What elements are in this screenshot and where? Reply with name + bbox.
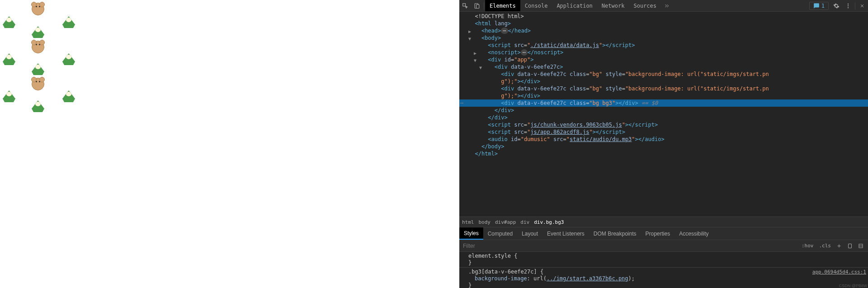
dom-body-close[interactable]: </body> [459,143,868,150]
bear-sprite [32,41,44,53]
dom-bg2[interactable]: <div data-v-6eefe27c class="bg" style="b… [459,85,868,92]
svg-point-5 [848,7,849,8]
tab-application[interactable]: Application [552,0,597,11]
subtab-styles[interactable]: Styles [459,227,483,240]
crumb-app[interactable]: div#app [495,219,516,225]
cls-toggle[interactable]: .cls [816,242,834,250]
tab-console[interactable]: Console [520,0,552,11]
subtab-layout[interactable]: Layout [517,227,542,240]
dom-bg3-selected[interactable]: ⋯ <div data-v-6eefe27c class="bg bg3"></… [459,99,868,107]
zong-sprite [3,90,15,102]
rule-bg3[interactable]: app.0694d5d4.css:1 .bg3[data-v-6eefe27c]… [459,268,868,288]
feedback-count: 1 [821,3,825,9]
settings-icon[interactable] [830,0,842,12]
dom-bg1[interactable]: <div data-v-6eefe27c class="bg" style="b… [459,71,868,78]
dom-script-data[interactable]: <script src="./static/data/data.js"></sc… [459,42,868,49]
devtools-tabs: Elements Console Application Network Sou… [485,0,673,11]
svg-point-3 [848,3,849,4]
dom-vdiv-close[interactable]: </div> [459,107,868,114]
rule-element-style[interactable]: element.style {} [459,252,868,268]
kebab-menu-icon[interactable] [842,0,854,12]
zong-sprite [3,53,15,65]
tab-sources[interactable]: Sources [629,0,661,11]
dom-noscript[interactable]: ▶ <noscript>⋯</noscript> [459,49,868,56]
new-rule-icon[interactable] [834,242,844,250]
tab-elements[interactable]: Elements [485,0,520,11]
zong-sprite [32,100,44,112]
styles-filter-input[interactable] [461,243,799,249]
dom-bg2-cont[interactable]: g");"></div> [459,92,868,99]
hov-toggle[interactable]: :hov [799,242,816,250]
crumb-div[interactable]: div [520,219,529,225]
subtab-dombp[interactable]: DOM Breakpoints [589,227,641,240]
sprite-layer [0,0,452,288]
dom-body-open[interactable]: ▼ <body> [459,34,868,42]
inspect-icon[interactable] [459,0,471,12]
crumb-body[interactable]: body [479,219,491,225]
subtab-properties[interactable]: Properties [641,227,675,240]
dom-tree[interactable]: <!DOCTYPE html> <html lang> ▶ <head>⋯</h… [459,12,868,217]
dom-head[interactable]: ▶ <head>⋯</head> [459,27,868,34]
dom-bg1-cont[interactable]: g");"></div> [459,78,868,85]
breadcrumb: html body div#app div div.bg.bg3 [459,217,868,227]
dom-html-close[interactable]: </html> [459,150,868,157]
tab-network[interactable]: Network [597,0,629,11]
zong-sprite [32,63,44,75]
devtools-panel: Elements Console Application Network Sou… [459,0,868,288]
bear-sprite [32,78,44,90]
dom-script-app[interactable]: <script src="js/app.862acdf8.js"></scrip… [459,128,868,136]
dom-vdiv[interactable]: ▼ <div data-v-6eefe27c> [459,63,868,71]
subtab-computed[interactable]: Computed [483,227,517,240]
styles-rules[interactable]: element.style {} app.0694d5d4.css:1 .bg3… [459,252,868,288]
subtab-listeners[interactable]: Event Listeners [542,227,589,240]
crumb-bg3[interactable]: div.bg.bg3 [534,219,564,225]
crumb-html[interactable]: html [462,219,474,225]
styles-filter-row: :hov .cls [459,240,868,252]
device-mode-icon[interactable] [844,242,855,250]
zong-sprite [62,90,75,102]
feedback-button[interactable]: 1 [809,2,829,10]
dom-audio[interactable]: <audio id="dumusic" src="static/audio/du… [459,136,868,143]
zong-sprite [62,53,75,65]
styles-tabs: Styles Computed Layout Event Listeners D… [459,227,868,240]
svg-point-4 [848,5,849,6]
more-tabs-icon[interactable] [661,0,673,12]
svg-rect-6 [849,244,852,248]
close-devtools-icon[interactable] [856,0,868,12]
page-viewport[interactable] [0,0,459,288]
device-toggle-icon[interactable] [471,0,483,12]
computed-toggle-icon[interactable] [855,242,866,250]
dom-doctype[interactable]: <!DOCTYPE html> [459,13,868,20]
dom-html-open[interactable]: <html lang> [459,20,868,27]
zong-sprite [3,16,15,28]
rule-source-link[interactable]: app.0694d5d4.css:1 [812,269,866,275]
dom-script-vendors[interactable]: <script src="js/chunk-vendors.9063cb05.j… [459,121,868,128]
dom-app-close[interactable]: </div> [459,114,868,121]
dom-app[interactable]: ▼ <div id="app"> [459,56,868,63]
zong-sprite [62,16,75,28]
subtab-accessibility[interactable]: Accessibility [675,227,713,240]
zong-sprite [32,26,44,38]
svg-rect-2 [476,5,479,8]
bear-sprite [32,3,44,15]
devtools-toolbar: Elements Console Application Network Sou… [459,0,868,12]
